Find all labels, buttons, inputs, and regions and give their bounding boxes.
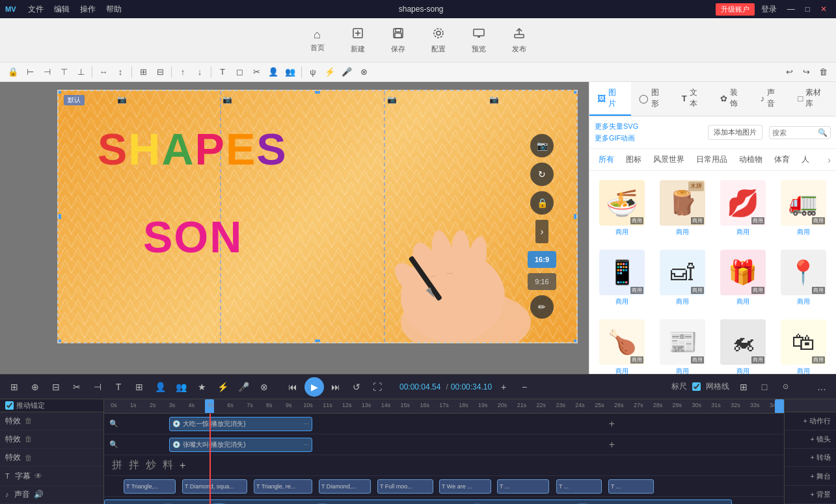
tool-person[interactable]: 👤 — [265, 64, 281, 80]
grid-item-4[interactable]: 📱 商用 商用 — [595, 246, 650, 310]
tool-mask[interactable]: ◻ — [232, 64, 247, 80]
effect-1-trash[interactable]: 🗑 — [25, 416, 33, 425]
tool-align-center-h[interactable]: ⊣ — [39, 64, 55, 80]
add-effect-2-btn[interactable]: + — [609, 439, 615, 451]
handle-bottom-mid[interactable] — [315, 339, 320, 343]
toolbar-new[interactable]: 新建 — [345, 24, 370, 57]
handle-top-left[interactable] — [57, 90, 61, 94]
effect-btn-center1[interactable]: 拌 — [127, 458, 141, 473]
handle-bottom-right[interactable] — [574, 339, 578, 343]
maximize-button[interactable]: □ — [802, 3, 814, 15]
grid-item-7[interactable]: 📍 商用 商用 — [775, 246, 831, 310]
tool-effect2[interactable]: ⚡ — [322, 64, 338, 80]
categories-next-arrow[interactable]: › — [828, 155, 831, 165]
tool-flip-h[interactable]: ↔ — [96, 64, 111, 80]
pb-tool-13[interactable]: ⊗ — [255, 378, 273, 396]
audio-waveform[interactable] — [104, 499, 732, 504]
close-button[interactable]: ✕ — [816, 3, 831, 15]
toolbar-save[interactable]: 保存 — [386, 24, 411, 57]
pb-tool-5[interactable]: ⊣ — [88, 378, 107, 396]
upgrade-button[interactable]: 升级账户 — [716, 3, 755, 16]
timeline-tool-2[interactable]: □ — [755, 378, 774, 396]
tool-flip-v[interactable]: ↕ — [113, 64, 128, 80]
cat-all[interactable]: 所有 — [595, 153, 618, 166]
pb-tool-10[interactable]: ★ — [193, 378, 211, 396]
tab-decor[interactable]: ✿ 装饰 — [712, 82, 753, 116]
grid-item-10[interactable]: 🏍 商用 商用 — [716, 315, 771, 374]
subtitle-eye-icon[interactable]: 👁 — [34, 471, 42, 481]
tool-bring-forward[interactable]: ↑ — [175, 64, 191, 80]
subtitle-clip-5[interactable]: T Full moo... — [377, 479, 433, 494]
toolbar-preview[interactable]: 预览 — [466, 24, 491, 57]
subtitle-clip-3[interactable]: T Triangle, re... — [254, 479, 312, 494]
pb-tool-6[interactable]: T — [109, 378, 128, 396]
tool-crop[interactable]: ✂ — [249, 64, 264, 80]
fullscreen-btn[interactable]: ⛶ — [368, 378, 386, 396]
tool-ungroup[interactable]: ⊟ — [152, 64, 168, 80]
handle-mid-right[interactable] — [574, 214, 578, 219]
effect-btn-right[interactable]: 料 — [161, 458, 175, 473]
handle-mid-left[interactable] — [57, 214, 61, 219]
audio-volume-icon[interactable]: 🔊 — [34, 490, 44, 499]
pb-tool-2[interactable]: ⊕ — [26, 378, 44, 396]
skip-to-end-btn[interactable]: ⏭ — [327, 378, 345, 396]
pb-tool-7[interactable]: ⊞ — [130, 378, 148, 396]
toolbar-config[interactable]: 配置 — [426, 24, 451, 57]
link-more-gif[interactable]: 更多GIF动画 — [595, 133, 638, 143]
cat-sports[interactable]: 体育 — [770, 153, 794, 166]
clip-effect-2-menu[interactable]: ··· — [304, 441, 309, 448]
zoom-in-btn[interactable]: + — [494, 378, 513, 396]
menu-help[interactable]: 帮助 — [101, 3, 127, 16]
handle-top-right[interactable] — [574, 90, 578, 94]
effect-2-trash[interactable]: 🗑 — [25, 434, 33, 444]
loop-btn[interactable]: ↺ — [347, 378, 366, 396]
grid-item-5[interactable]: 🛋 商用 商用 — [655, 246, 710, 310]
handle-bottom-left[interactable] — [57, 339, 61, 343]
grid-item-3[interactable]: 🚛 商用 商用 — [775, 176, 831, 241]
subtitle-clip-2[interactable]: T Diamond, squa... — [182, 479, 247, 494]
tool-align-left[interactable]: ⊢ — [22, 64, 38, 80]
timeline-settings[interactable]: … — [813, 378, 831, 396]
toolbar-publish[interactable]: 发布 — [507, 24, 532, 57]
grid-item-8[interactable]: 🍗 商用 商用 — [595, 315, 650, 374]
subtitle-clip-8[interactable]: T ... — [556, 479, 602, 494]
search-icon[interactable]: 🔍 — [818, 128, 828, 137]
clip-effect-1-menu[interactable]: ··· — [304, 420, 309, 427]
cat-landscape[interactable]: 风景世界 — [649, 153, 688, 166]
search-input[interactable] — [772, 129, 818, 137]
pb-tool-3[interactable]: ⊟ — [47, 378, 65, 396]
timeline-tool-1[interactable]: ⊞ — [735, 378, 753, 396]
pb-tool-8[interactable]: 👤 — [151, 378, 169, 396]
play-pause-btn[interactable]: ▶ — [304, 377, 324, 397]
grid-item-11[interactable]: 🛍 商用 商用 — [775, 315, 831, 374]
cat-people[interactable]: 人 — [798, 153, 813, 166]
cat-daily[interactable]: 日常用品 — [692, 153, 731, 166]
tab-text[interactable]: T 文本 — [674, 82, 712, 116]
pb-tool-1[interactable]: ⊞ — [5, 378, 23, 396]
menu-edit[interactable]: 编辑 — [49, 3, 75, 16]
link-more-svg[interactable]: 更多失量SVG — [595, 122, 638, 131]
grid-item-6[interactable]: 🎁 商用 商用 — [716, 246, 771, 310]
subtitle-clip-1[interactable]: T Triangle,... — [124, 479, 176, 494]
tool-undo[interactable]: ↩ — [781, 64, 797, 80]
clip-effect-1[interactable]: 💿 大吃一惊(播放完消失) ··· — [169, 417, 312, 431]
tab-assets[interactable]: □ 素材库 — [790, 82, 836, 116]
tool-redo[interactable]: ↪ — [798, 64, 814, 80]
add-effect-3-btn[interactable]: + — [180, 460, 185, 471]
tab-image[interactable]: 🖼 图片 — [589, 82, 631, 116]
tool-mic[interactable]: 🎤 — [339, 64, 355, 80]
subtitle-clip-4[interactable]: T Diamond,... — [319, 479, 371, 494]
effect-3-trash[interactable]: 🗑 — [25, 453, 33, 462]
grid-item-9[interactable]: 📰 商用 商用 — [655, 315, 710, 374]
timeline-ruler[interactable]: 0s 1s 2s 3s 4s 5s 6s 7s 8s 9s 10s 11s 12… — [104, 399, 784, 414]
subtitle-clip-6[interactable]: T We are ... — [439, 479, 491, 494]
effect-btn-center2[interactable]: 炒 — [144, 458, 158, 473]
grid-item-0[interactable]: 🍜 商用 商用 — [595, 176, 650, 241]
subtitle-clip-7[interactable]: T ... — [497, 479, 549, 494]
clip-effect-2[interactable]: 💿 张嘴大叫(播放完消失) ··· — [169, 438, 312, 452]
tab-sound[interactable]: ♪ 声音 — [753, 82, 790, 116]
grid-item-1[interactable]: 🪵 木牌 商用 商用 — [655, 176, 710, 241]
skip-to-start-btn[interactable]: ⏮ — [284, 378, 302, 396]
tool-group[interactable]: ⊞ — [135, 64, 151, 80]
grid-checkbox[interactable] — [692, 382, 701, 391]
